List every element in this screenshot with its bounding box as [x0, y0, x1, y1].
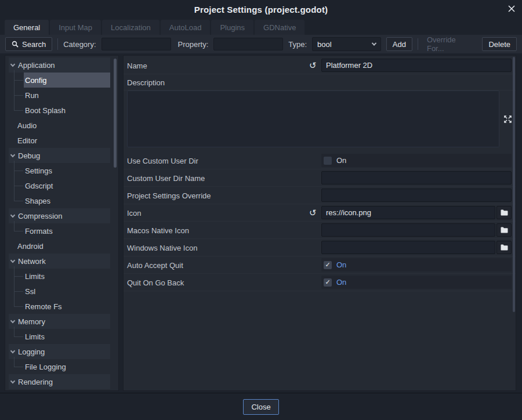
override-for-button: Override For... — [423, 35, 477, 53]
dialog-footer: Close — [0, 393, 522, 420]
tree-group: Audio — [5, 118, 118, 133]
tab-bar: GeneralInput MapLocalizationAutoLoadPlug… — [0, 19, 522, 35]
property-value-input[interactable] — [321, 171, 512, 184]
tree-children: LimitsSslRemote Fs — [5, 269, 118, 314]
sidebar-item-android[interactable]: Android — [9, 238, 110, 254]
checkbox-strip: ✓On — [321, 276, 512, 289]
property-value-input[interactable] — [321, 206, 495, 219]
property-row-auto-accept-quit: Auto Accept Quit✓On — [124, 256, 516, 274]
sidebar-item-network[interactable]: Network — [9, 254, 110, 269]
sidebar-item-label: Debug — [18, 151, 40, 160]
revert-icon[interactable]: ↺ — [309, 57, 317, 74]
browse-file-button[interactable] — [496, 223, 512, 237]
sidebar-item-run[interactable]: Run — [24, 88, 110, 103]
property-value-input[interactable] — [321, 241, 495, 254]
sidebar-item-application[interactable]: Application — [9, 57, 110, 73]
property-row-project-settings-override: Project Settings Override — [124, 187, 516, 204]
property-label: Auto Accept Quit — [127, 261, 183, 270]
sidebar-item-settings[interactable]: Settings — [24, 163, 110, 178]
sidebar-item-compression[interactable]: Compression — [9, 208, 110, 223]
property-input[interactable] — [213, 38, 283, 50]
sidebar-item-editor[interactable]: Editor — [9, 133, 110, 148]
property-editor — [321, 241, 512, 254]
window-close-icon[interactable] — [507, 4, 516, 13]
property-row-name: Name↺ — [124, 57, 516, 74]
property-row-custom-user-dir-name: Custom User Dir Name — [124, 169, 516, 187]
tab-plugins[interactable]: Plugins — [211, 20, 253, 35]
checkbox-state-label: On — [336, 260, 346, 269]
sidebar-item-boot-splash[interactable]: Boot Splash — [24, 103, 110, 118]
sidebar-item-gdscript[interactable]: Gdscript — [24, 178, 110, 193]
tree-scrollbar[interactable] — [114, 59, 117, 168]
tab-general[interactable]: General — [5, 20, 49, 35]
sidebar-item-label: Rendering — [18, 378, 53, 386]
chevron-down-icon — [10, 212, 15, 217]
properties-scrollbar[interactable] — [513, 57, 515, 312]
sidebar-item-label: File Logging — [25, 363, 66, 371]
property-row-description: Description — [124, 74, 516, 90]
sidebar-item-label: Application — [18, 61, 55, 70]
sidebar-item-debug[interactable]: Debug — [9, 148, 110, 163]
close-button[interactable]: Close — [243, 399, 278, 415]
type-select-value: bool — [317, 40, 332, 49]
property-checkbox[interactable]: ✓ — [324, 278, 332, 287]
tab-localization[interactable]: Localization — [102, 20, 160, 35]
sidebar-item-label: Memory — [18, 317, 45, 326]
property-row-macos-native-icon: Macos Native Icon — [124, 222, 516, 239]
property-label: Icon — [127, 209, 142, 218]
property-value-input[interactable] — [321, 223, 495, 237]
sidebar-item-formats[interactable]: Formats — [24, 223, 110, 238]
add-button[interactable]: Add — [386, 37, 412, 51]
tab-autoload[interactable]: AutoLoad — [161, 20, 211, 35]
type-select[interactable]: bool — [312, 37, 381, 51]
category-input[interactable] — [102, 38, 171, 50]
browse-file-button[interactable] — [496, 206, 512, 219]
tree-group: ApplicationConfigRunBoot Splash — [5, 57, 118, 118]
tree-group: MemoryLimits — [5, 314, 118, 344]
search-button[interactable]: Search — [5, 37, 52, 51]
sidebar-item-audio[interactable]: Audio — [9, 118, 110, 133]
property-checkbox[interactable]: ✓ — [324, 261, 332, 269]
sidebar-item-label: Logging — [18, 347, 45, 356]
sidebar-item-rendering[interactable]: Rendering — [9, 374, 110, 389]
folder-icon — [501, 209, 508, 216]
browse-file-button[interactable] — [496, 241, 512, 254]
sidebar-item-file-logging[interactable]: File Logging — [24, 359, 110, 374]
property-value-input[interactable] — [321, 189, 512, 202]
folder-icon — [501, 227, 508, 233]
chevron-down-icon — [10, 258, 15, 262]
sidebar-item-shapes[interactable]: Shapes — [24, 193, 110, 208]
sidebar-item-remote-fs[interactable]: Remote Fs — [24, 299, 110, 314]
sidebar-item-memory[interactable]: Memory — [9, 314, 110, 329]
property-label: Custom User Dir Name — [127, 174, 205, 183]
sidebar-item-logging[interactable]: Logging — [9, 344, 110, 359]
revert-icon[interactable]: ↺ — [309, 204, 317, 222]
property-editor — [321, 59, 512, 72]
delete-button[interactable]: Delete — [482, 37, 517, 51]
property-label: Use Custom User Dir — [127, 157, 198, 165]
sidebar-item-label: Remote Fs — [25, 302, 62, 311]
property-editor — [321, 206, 512, 219]
chevron-down-icon — [10, 61, 15, 66]
property-label: Description — [127, 78, 165, 87]
property-label: Macos Native Icon — [127, 226, 189, 235]
tab-gdnative[interactable]: GDNative — [255, 20, 304, 35]
sidebar-item-label: Audio — [17, 121, 37, 130]
sidebar-item-limits[interactable]: Limits — [24, 269, 110, 284]
property-editor — [321, 223, 512, 237]
property-label: Project Settings Override — [127, 191, 211, 200]
property-editor — [321, 189, 512, 202]
description-textarea[interactable] — [127, 90, 499, 147]
tree-group: NetworkLimitsSslRemote Fs — [5, 254, 118, 314]
property-row-quit-on-go-back: Quit On Go Back✓On — [124, 274, 516, 291]
type-label: Type: — [288, 40, 307, 49]
sidebar-item-limits[interactable]: Limits — [24, 329, 110, 344]
expand-icon[interactable] — [503, 115, 512, 124]
property-value-input[interactable] — [321, 59, 512, 72]
tree-children: Formats — [5, 223, 118, 238]
property-label: Quit On Go Back — [127, 278, 184, 287]
sidebar-item-ssl[interactable]: Ssl — [24, 284, 110, 299]
tab-input-map[interactable]: Input Map — [50, 20, 101, 35]
property-checkbox[interactable] — [324, 157, 332, 165]
sidebar-item-config[interactable]: Config — [24, 73, 110, 88]
